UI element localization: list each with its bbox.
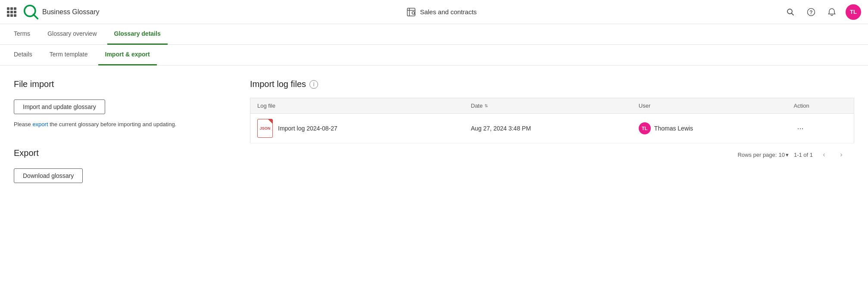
rows-per-page-value: 10: [778, 152, 784, 158]
file-import-title: File import: [14, 79, 229, 89]
svg-line-1: [33, 14, 37, 19]
prev-page-button[interactable]: ‹: [818, 149, 830, 161]
log-files-title: Import log files: [250, 79, 306, 89]
glossary-selector[interactable]: Sales and contracts: [406, 7, 477, 17]
nav-left: Business Glossary: [7, 4, 100, 20]
main-tabs: Terms Glossary overview Glossary details: [0, 24, 868, 45]
svg-line-8: [792, 13, 794, 15]
json-file-icon: JSON: [257, 119, 273, 138]
log-file-cell: JSON Import log 2024-08-27: [250, 114, 464, 143]
log-header: Import log files i: [250, 79, 854, 89]
tab-glossary-overview[interactable]: Glossary overview: [41, 24, 103, 45]
log-user-cell: TL Thomas Lewis: [632, 114, 787, 143]
app-switcher-icon[interactable]: [7, 7, 16, 17]
col-user: User: [632, 98, 787, 114]
tab-glossary-details[interactable]: Glossary details: [107, 24, 168, 45]
info-icon[interactable]: i: [309, 80, 318, 89]
svg-text:?: ?: [809, 9, 812, 16]
table-body: JSON Import log 2024-08-27 Aug 27, 2024 …: [250, 114, 854, 143]
log-file-name: Import log 2024-08-27: [278, 125, 337, 132]
qlik-logo-svg: [23, 4, 39, 20]
rows-per-page: Rows per page: 10 ▾: [737, 152, 789, 158]
export-note: Please export the current glossary befor…: [14, 121, 229, 127]
qlik-logo: Business Glossary: [23, 4, 100, 20]
table-row: JSON Import log 2024-08-27 Aug 27, 2024 …: [250, 114, 854, 143]
table-header: Log file Date ⇅ User Action: [250, 98, 854, 114]
log-table: Log file Date ⇅ User Action: [250, 98, 854, 143]
search-button[interactable]: [784, 5, 797, 19]
export-section: Export Download glossary: [14, 148, 229, 183]
bell-icon: [827, 8, 836, 16]
tab-terms[interactable]: Terms: [7, 24, 37, 45]
col-date[interactable]: Date ⇅: [464, 98, 632, 114]
rows-per-page-label: Rows per page:: [737, 152, 777, 158]
chevron-down-icon: ▾: [786, 152, 789, 158]
glossary-nav-icon: [406, 7, 416, 17]
log-date-cell: Aug 27, 2024 3:48 PM: [464, 114, 632, 143]
rows-dropdown[interactable]: 10 ▾: [778, 152, 788, 158]
top-nav: Business Glossary Sales and contracts: [0, 0, 868, 24]
user-cell-avatar: TL: [639, 122, 651, 134]
next-page-button[interactable]: ›: [835, 149, 847, 161]
subtab-term-template[interactable]: Term template: [43, 45, 95, 65]
download-glossary-button[interactable]: Download glossary: [14, 168, 83, 183]
main-content: File import Import and update glossary P…: [0, 65, 868, 286]
user-avatar[interactable]: TL: [846, 4, 861, 20]
log-action-cell: ···: [787, 114, 854, 143]
nav-center: Sales and contracts: [100, 7, 784, 17]
sub-tabs: Details Term template Import & export: [0, 45, 868, 65]
nav-right: ? TL: [784, 4, 861, 20]
help-icon: ?: [807, 8, 815, 16]
export-title: Export: [14, 148, 229, 158]
right-panel: Import log files i Log file Date ⇅: [250, 79, 854, 272]
pagination: Rows per page: 10 ▾ 1-1 of 1 ‹ ›: [250, 143, 854, 166]
sort-icon: ⇅: [484, 103, 488, 108]
col-log-file: Log file: [250, 98, 464, 114]
notifications-button[interactable]: [825, 5, 839, 19]
user-name: Thomas Lewis: [654, 125, 693, 132]
glossary-name: Sales and contracts: [420, 8, 477, 16]
left-panel: File import Import and update glossary P…: [14, 79, 229, 272]
help-button[interactable]: ?: [804, 5, 818, 19]
page-info: 1-1 of 1: [794, 152, 813, 158]
col-action: Action: [787, 98, 854, 114]
row-more-button[interactable]: ···: [794, 122, 807, 135]
subtab-details[interactable]: Details: [7, 45, 39, 65]
import-update-button[interactable]: Import and update glossary: [14, 99, 105, 114]
subtab-import-export[interactable]: Import & export: [98, 45, 157, 65]
search-icon: [786, 8, 795, 16]
app-title: Business Glossary: [42, 8, 100, 16]
